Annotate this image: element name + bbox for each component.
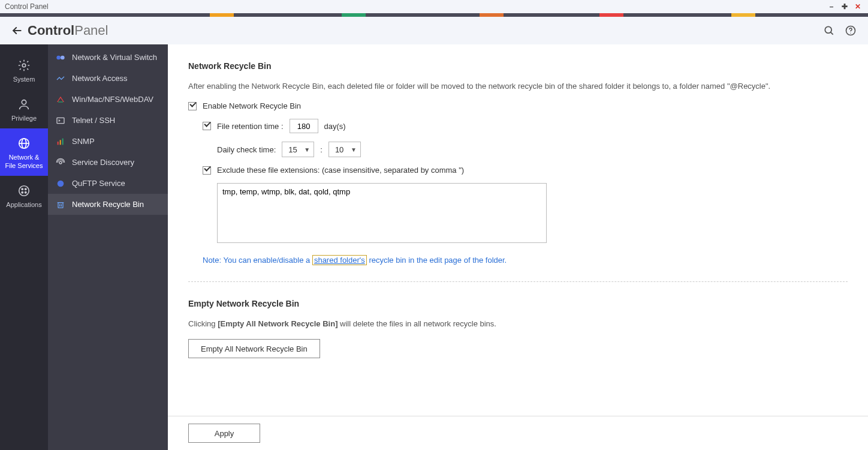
page-title: ControlPanel <box>28 23 108 38</box>
daily-check-hour-select[interactable]: 15 ▼ <box>282 142 314 157</box>
svg-point-13 <box>22 191 23 193</box>
retention-label: File retention time : <box>217 122 284 131</box>
sidebar: Network & Virtual Switch Network Access … <box>48 44 168 450</box>
retention-days-input[interactable] <box>290 119 318 133</box>
window-close-button[interactable]: ✕ <box>852 1 863 12</box>
daily-check-row: Daily check time: 15 ▼ : 10 ▼ <box>217 142 848 157</box>
svg-line-2 <box>831 32 833 35</box>
section-description: After enabling the Network Recycle Bin, … <box>188 82 848 91</box>
note-prefix: Note: <box>203 256 221 265</box>
sidebar-item-label: Network & Virtual Switch <box>72 53 157 62</box>
sidebar-item-service-discovery[interactable]: Service Discovery <box>48 152 168 173</box>
svg-point-22 <box>59 161 62 164</box>
retention-unit: day(s) <box>324 122 346 131</box>
sidebar-item-label: Win/Mac/NFS/WebDAV <box>72 95 153 104</box>
window-minimize-button[interactable]: – <box>826 1 837 12</box>
sidebar-item-label: SNMP <box>72 137 95 146</box>
section-divider <box>188 281 848 282</box>
sidebar-item-win-mac-nfs-webdav[interactable]: Win/Mac/NFS/WebDAV <box>48 89 168 110</box>
exclude-row: Exclude these file extensions: (case ins… <box>203 166 848 175</box>
svg-point-10 <box>19 186 29 196</box>
enable-recycle-bin-label: Enable Network Recycle Bin <box>203 101 301 110</box>
sidebar-item-network-virtual-switch[interactable]: Network & Virtual Switch <box>48 47 168 68</box>
page-title-light: Panel <box>74 23 108 38</box>
empty-description: Clicking [Empty All Network Recycle Bin]… <box>188 319 848 328</box>
svg-rect-19 <box>58 142 59 145</box>
svg-rect-21 <box>62 138 64 145</box>
svg-point-6 <box>22 100 26 104</box>
rail-item-applications[interactable]: Applications <box>0 176 48 215</box>
daily-check-label: Daily check time: <box>217 145 276 154</box>
page-title-bold: Control <box>28 23 74 38</box>
exclude-checkbox[interactable] <box>203 166 211 175</box>
daily-check-minute-select[interactable]: 10 ▼ <box>328 142 361 157</box>
svg-point-5 <box>22 64 26 67</box>
category-rail: System Privilege Network & File Services… <box>0 44 48 450</box>
search-icon <box>823 25 835 37</box>
sidebar-item-label: Telnet / SSH <box>72 116 115 125</box>
switch-icon <box>55 52 66 63</box>
sidebar-item-quftp-service[interactable]: QuFTP Service <box>48 173 168 194</box>
note-line: Note: You can enable/disable a shared fo… <box>203 256 848 265</box>
content-area: Network Recycle Bin After enabling the N… <box>168 44 868 450</box>
radar-icon <box>55 157 66 168</box>
rail-item-network-file-services[interactable]: Network & File Services <box>0 128 48 175</box>
section-heading-empty: Empty Network Recycle Bin <box>188 299 848 308</box>
exclude-extensions-textarea[interactable] <box>217 183 547 243</box>
svg-rect-20 <box>60 140 61 145</box>
globe-icon <box>17 137 31 150</box>
svg-point-14 <box>25 191 26 193</box>
accent-bar <box>0 13 868 17</box>
footer: Apply <box>168 416 868 450</box>
rail-item-label: Privilege <box>2 115 46 122</box>
protocols-icon <box>55 94 66 105</box>
access-icon <box>55 73 66 84</box>
chevron-down-icon: ▼ <box>304 146 310 153</box>
arrow-left-icon <box>11 25 23 37</box>
svg-point-23 <box>58 180 64 187</box>
exclude-label: Exclude these file extensions: (case ins… <box>217 166 464 175</box>
back-button[interactable] <box>8 22 25 39</box>
window-maximize-button[interactable]: ✚ <box>839 1 850 12</box>
header: ControlPanel <box>0 17 868 44</box>
rail-item-privilege[interactable]: Privilege <box>0 89 48 128</box>
help-icon <box>845 25 857 37</box>
empty-all-button[interactable]: Empty All Network Recycle Bin <box>188 339 320 358</box>
sidebar-item-label: Network Recycle Bin <box>72 200 144 209</box>
sidebar-item-network-recycle-bin[interactable]: Network Recycle Bin <box>48 194 168 215</box>
apps-icon <box>17 184 31 197</box>
sidebar-item-label: QuFTP Service <box>72 179 125 188</box>
sidebar-item-network-access[interactable]: Network Access <box>48 68 168 89</box>
svg-point-11 <box>22 188 23 190</box>
apply-button[interactable]: Apply <box>188 424 260 443</box>
window-titlebar: Control Panel – ✚ ✕ <box>0 0 868 13</box>
help-button[interactable] <box>842 22 860 40</box>
sidebar-item-label: Service Discovery <box>72 158 134 167</box>
rail-item-label: Network & File Services <box>2 154 46 169</box>
retention-row: File retention time : day(s) <box>203 119 848 133</box>
time-separator: : <box>320 145 323 154</box>
rail-item-label: Applications <box>2 201 46 209</box>
daily-check-minute-value: 10 <box>335 145 343 154</box>
retention-checkbox[interactable] <box>203 122 211 130</box>
sidebar-item-telnet-ssh[interactable]: Telnet / SSH <box>48 110 168 131</box>
search-button[interactable] <box>820 22 838 40</box>
rail-item-label: System <box>2 76 46 83</box>
svg-point-16 <box>61 55 65 59</box>
rail-item-system[interactable]: System <box>0 50 48 89</box>
recycle-bin-icon <box>55 199 66 210</box>
sidebar-item-snmp[interactable]: SNMP <box>48 131 168 152</box>
ftp-icon <box>55 178 66 189</box>
terminal-icon <box>55 115 66 126</box>
svg-point-12 <box>25 188 26 190</box>
svg-point-4 <box>850 33 851 34</box>
shared-folder-link[interactable]: shared folder's <box>312 255 367 265</box>
note-text-2: recycle bin in the edit page of the fold… <box>369 256 507 265</box>
chevron-down-icon: ▼ <box>351 146 357 153</box>
svg-point-15 <box>56 55 61 59</box>
svg-rect-18 <box>57 118 64 123</box>
enable-recycle-bin-checkbox[interactable] <box>188 102 197 110</box>
daily-check-hour-value: 15 <box>288 145 297 154</box>
user-icon <box>17 98 31 111</box>
svg-rect-24 <box>58 202 63 208</box>
